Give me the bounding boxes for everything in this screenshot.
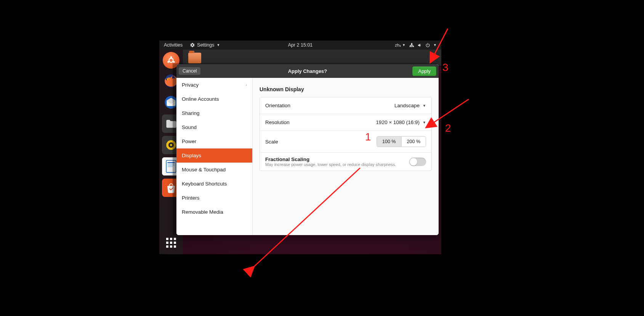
sidebar-item-label: Printers [182,195,200,201]
volume-icon [417,43,422,48]
panel-clock[interactable]: Apr 2 15:01 [288,42,313,48]
svg-point-7 [173,61,175,63]
svg-point-4 [169,58,173,63]
fractional-scaling-row: Fractional Scaling May increase power us… [260,153,431,171]
app-menu[interactable]: Settings ▼ [187,42,223,48]
app-menu-label: Settings [197,42,214,48]
scale-option-100[interactable]: 100 % [377,137,401,147]
settings-window: Cancel Apply Changes? Apply Privacy›Onli… [176,64,439,235]
sidebar-item-privacy[interactable]: Privacy› [176,78,252,92]
headerbar: Cancel Apply Changes? Apply [176,64,439,78]
system-status-area[interactable]: ▼ [409,43,437,48]
sidebar-item-label: Power [182,139,196,144]
settings-sidebar: Privacy›Online AccountsSharingSoundPower… [176,78,253,235]
chevron-down-icon: ▼ [423,121,426,124]
sidebar-item-removable-media[interactable]: Removable Media [176,205,252,219]
sidebar-item-label: Privacy [182,82,199,88]
chevron-down-icon: ▼ [433,43,437,47]
sidebar-item-mouse-touchpad[interactable]: Mouse & Touchpad [176,163,252,177]
displays-panel: Unknown Display Orientation Landscape ▼ … [253,78,439,235]
sidebar-item-label: Removable Media [182,209,223,215]
orientation-value: Landscape [394,103,420,108]
sidebar-item-label: Online Accounts [182,96,219,102]
power-icon [425,43,430,48]
scale-label: Scale [265,139,278,145]
sidebar-item-label: Mouse & Touchpad [182,167,226,173]
sidebar-item-label: Sharing [182,110,200,116]
sidebar-item-label: Displays [182,153,201,158]
folder-icon [188,53,201,63]
ime-label: zh₁ [395,43,401,48]
settings-content: Privacy›Online AccountsSharingSoundPower… [176,78,439,235]
show-applications-button[interactable] [163,235,179,250]
display-settings-card: Orientation Landscape ▼ Resolution 1920 … [260,97,432,171]
chevron-down-icon: ▼ [423,104,426,108]
sidebar-item-displays[interactable]: Displays [176,148,252,163]
fractional-scaling-label: Fractional Scaling [265,156,396,162]
scale-option-200[interactable]: 200 % [401,137,426,147]
input-method-indicator[interactable]: zh₁ ▼ [395,43,406,48]
network-icon [409,43,414,48]
svg-point-12 [170,144,172,146]
gear-icon [190,43,195,47]
svg-rect-17 [168,166,173,167]
apply-button[interactable]: Apply [412,66,436,76]
gnome-top-panel: Activities Settings ▼ Apr 2 15:01 zh₁ ▼ … [159,40,441,50]
scale-segment: 100 %200 % [376,136,426,147]
sidebar-item-sound[interactable]: Sound [176,120,252,134]
sidebar-item-label: Keyboard Shortcuts [182,181,227,187]
orientation-label: Orientation [265,103,290,108]
headerbar-title: Apply Changes? [288,68,327,74]
sidebar-item-power[interactable]: Power [176,134,252,148]
annotation-3: 3 [442,61,449,74]
svg-point-5 [170,56,172,58]
scale-row: Scale 100 %200 % [260,131,431,153]
sidebar-item-sharing[interactable]: Sharing [176,106,252,120]
resolution-row[interactable]: Resolution 1920 × 1080 (16:9) ▼ [260,114,431,131]
fractional-scaling-hint: May increase power usage, lower speed, o… [265,162,396,167]
svg-point-6 [167,61,169,63]
resolution-label: Resolution [265,119,290,125]
sidebar-item-label: Sound [182,124,197,130]
display-section-title: Unknown Display [260,86,432,92]
chevron-down-icon: ▼ [217,43,220,47]
ubuntu-desktop: Activities Settings ▼ Apr 2 15:01 zh₁ ▼ … [159,40,441,254]
fractional-scaling-switch[interactable] [409,158,426,166]
activities-button[interactable]: Activities [159,42,187,48]
sidebar-item-printers[interactable]: Printers [176,191,252,205]
annotation-2: 2 [445,122,451,134]
sidebar-item-online-accounts[interactable]: Online Accounts [176,92,252,106]
sidebar-item-keyboard-shortcuts[interactable]: Keyboard Shortcuts [176,177,252,191]
chevron-right-icon: › [246,83,247,87]
resolution-value: 1920 × 1080 (16:9) [376,119,420,125]
cancel-button[interactable]: Cancel [179,67,200,75]
orientation-row[interactable]: Orientation Landscape ▼ [260,97,431,114]
chevron-down-icon: ▼ [402,43,405,47]
